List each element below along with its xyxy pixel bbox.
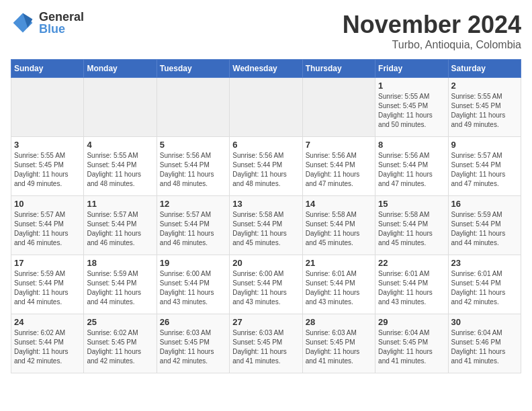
day-info: Sunrise: 5:56 AM Sunset: 5:44 PM Dayligh…	[232, 151, 299, 189]
calendar-cell: 10Sunrise: 5:57 AM Sunset: 5:44 PM Dayli…	[11, 196, 84, 255]
day-number: 16	[451, 199, 518, 209]
calendar-cell: 28Sunrise: 6:03 AM Sunset: 5:45 PM Dayli…	[302, 314, 375, 373]
calendar-cell: 6Sunrise: 5:56 AM Sunset: 5:44 PM Daylig…	[230, 137, 302, 196]
calendar-week-1: 3Sunrise: 5:55 AM Sunset: 5:45 PM Daylig…	[11, 137, 521, 196]
day-info: Sunrise: 5:57 AM Sunset: 5:44 PM Dayligh…	[160, 210, 226, 248]
day-number: 15	[378, 199, 445, 209]
header-friday: Friday	[375, 60, 448, 78]
month-title: November 2024	[343, 11, 521, 39]
calendar-cell: 29Sunrise: 6:04 AM Sunset: 5:45 PM Dayli…	[375, 314, 448, 373]
day-number: 20	[232, 258, 299, 268]
day-number: 1	[378, 81, 445, 91]
logo: General Blue	[11, 11, 84, 35]
calendar-cell	[302, 78, 375, 137]
day-info: Sunrise: 5:56 AM Sunset: 5:44 PM Dayligh…	[378, 151, 445, 189]
calendar-cell: 22Sunrise: 6:01 AM Sunset: 5:44 PM Dayli…	[375, 255, 448, 314]
day-info: Sunrise: 5:55 AM Sunset: 5:45 PM Dayligh…	[378, 92, 445, 130]
calendar-cell: 3Sunrise: 5:55 AM Sunset: 5:45 PM Daylig…	[11, 137, 84, 196]
title-area: November 2024 Turbo, Antioquia, Colombia	[343, 11, 521, 51]
day-number: 28	[306, 317, 372, 327]
calendar-cell: 17Sunrise: 5:59 AM Sunset: 5:44 PM Dayli…	[11, 255, 84, 314]
header: General Blue November 2024 Turbo, Antioq…	[11, 11, 521, 51]
header-monday: Monday	[84, 60, 157, 78]
day-info: Sunrise: 6:04 AM Sunset: 5:45 PM Dayligh…	[378, 328, 445, 366]
calendar-cell	[11, 78, 84, 137]
day-info: Sunrise: 5:55 AM Sunset: 5:45 PM Dayligh…	[451, 92, 518, 130]
calendar-cell: 9Sunrise: 5:57 AM Sunset: 5:44 PM Daylig…	[448, 137, 521, 196]
day-number: 24	[14, 317, 81, 327]
calendar-table: SundayMondayTuesdayWednesdayThursdayFrid…	[11, 59, 521, 373]
day-info: Sunrise: 6:01 AM Sunset: 5:44 PM Dayligh…	[451, 269, 518, 307]
calendar-cell: 30Sunrise: 6:04 AM Sunset: 5:46 PM Dayli…	[448, 314, 521, 373]
day-info: Sunrise: 6:02 AM Sunset: 5:44 PM Dayligh…	[14, 328, 81, 366]
day-info: Sunrise: 6:00 AM Sunset: 5:44 PM Dayligh…	[160, 269, 226, 307]
day-number: 30	[451, 317, 518, 327]
calendar-cell: 4Sunrise: 5:55 AM Sunset: 5:44 PM Daylig…	[84, 137, 157, 196]
calendar-cell: 20Sunrise: 6:00 AM Sunset: 5:44 PM Dayli…	[230, 255, 302, 314]
calendar-week-2: 10Sunrise: 5:57 AM Sunset: 5:44 PM Dayli…	[11, 196, 521, 255]
day-info: Sunrise: 5:56 AM Sunset: 5:44 PM Dayligh…	[306, 151, 372, 189]
day-number: 27	[232, 317, 299, 327]
day-info: Sunrise: 5:58 AM Sunset: 5:44 PM Dayligh…	[306, 210, 372, 248]
calendar-cell: 27Sunrise: 6:03 AM Sunset: 5:45 PM Dayli…	[230, 314, 302, 373]
calendar-cell: 11Sunrise: 5:57 AM Sunset: 5:44 PM Dayli…	[84, 196, 157, 255]
day-number: 21	[306, 258, 372, 268]
calendar-week-0: 1Sunrise: 5:55 AM Sunset: 5:45 PM Daylig…	[11, 78, 521, 137]
logo-icon	[11, 11, 35, 35]
calendar-cell: 14Sunrise: 5:58 AM Sunset: 5:44 PM Dayli…	[302, 196, 375, 255]
day-number: 14	[306, 199, 372, 209]
calendar-cell: 1Sunrise: 5:55 AM Sunset: 5:45 PM Daylig…	[375, 78, 448, 137]
day-info: Sunrise: 6:00 AM Sunset: 5:44 PM Dayligh…	[232, 269, 299, 307]
day-number: 7	[306, 140, 372, 150]
calendar-cell	[230, 78, 302, 137]
day-info: Sunrise: 5:59 AM Sunset: 5:44 PM Dayligh…	[14, 269, 81, 307]
day-info: Sunrise: 6:04 AM Sunset: 5:46 PM Dayligh…	[451, 328, 518, 366]
day-number: 6	[232, 140, 299, 150]
day-info: Sunrise: 5:59 AM Sunset: 5:44 PM Dayligh…	[451, 210, 518, 248]
day-number: 10	[14, 199, 81, 209]
day-info: Sunrise: 5:57 AM Sunset: 5:44 PM Dayligh…	[451, 151, 518, 189]
day-info: Sunrise: 6:03 AM Sunset: 5:45 PM Dayligh…	[232, 328, 299, 366]
calendar-cell: 24Sunrise: 6:02 AM Sunset: 5:44 PM Dayli…	[11, 314, 84, 373]
day-number: 8	[378, 140, 445, 150]
day-number: 17	[14, 258, 81, 268]
calendar-cell: 8Sunrise: 5:56 AM Sunset: 5:44 PM Daylig…	[375, 137, 448, 196]
day-info: Sunrise: 5:57 AM Sunset: 5:44 PM Dayligh…	[14, 210, 81, 248]
calendar-cell: 21Sunrise: 6:01 AM Sunset: 5:44 PM Dayli…	[302, 255, 375, 314]
calendar-week-4: 24Sunrise: 6:02 AM Sunset: 5:44 PM Dayli…	[11, 314, 521, 373]
day-number: 4	[87, 140, 153, 150]
day-number: 11	[87, 199, 153, 209]
day-number: 2	[451, 81, 518, 91]
day-info: Sunrise: 5:58 AM Sunset: 5:44 PM Dayligh…	[378, 210, 445, 248]
day-info: Sunrise: 6:01 AM Sunset: 5:44 PM Dayligh…	[306, 269, 372, 307]
calendar-cell: 5Sunrise: 5:56 AM Sunset: 5:44 PM Daylig…	[157, 137, 229, 196]
day-number: 13	[232, 199, 299, 209]
logo-line2: Blue	[39, 23, 84, 35]
header-saturday: Saturday	[448, 60, 521, 78]
day-info: Sunrise: 5:58 AM Sunset: 5:44 PM Dayligh…	[232, 210, 299, 248]
calendar-cell	[84, 78, 157, 137]
day-info: Sunrise: 5:59 AM Sunset: 5:44 PM Dayligh…	[87, 269, 153, 307]
calendar-cell: 7Sunrise: 5:56 AM Sunset: 5:44 PM Daylig…	[302, 137, 375, 196]
calendar-cell: 2Sunrise: 5:55 AM Sunset: 5:45 PM Daylig…	[448, 78, 521, 137]
calendar-cell: 19Sunrise: 6:00 AM Sunset: 5:44 PM Dayli…	[157, 255, 229, 314]
calendar-cell: 26Sunrise: 6:03 AM Sunset: 5:45 PM Dayli…	[157, 314, 229, 373]
day-number: 22	[378, 258, 445, 268]
day-info: Sunrise: 6:02 AM Sunset: 5:45 PM Dayligh…	[87, 328, 153, 366]
calendar-cell: 25Sunrise: 6:02 AM Sunset: 5:45 PM Dayli…	[84, 314, 157, 373]
calendar-header-row: SundayMondayTuesdayWednesdayThursdayFrid…	[11, 60, 521, 78]
day-info: Sunrise: 5:57 AM Sunset: 5:44 PM Dayligh…	[87, 210, 153, 248]
day-number: 18	[87, 258, 153, 268]
day-info: Sunrise: 5:55 AM Sunset: 5:45 PM Dayligh…	[14, 151, 81, 189]
header-sunday: Sunday	[11, 60, 84, 78]
calendar-cell: 15Sunrise: 5:58 AM Sunset: 5:44 PM Dayli…	[375, 196, 448, 255]
day-number: 9	[451, 140, 518, 150]
calendar-cell: 18Sunrise: 5:59 AM Sunset: 5:44 PM Dayli…	[84, 255, 157, 314]
location-subtitle: Turbo, Antioquia, Colombia	[343, 39, 521, 51]
header-thursday: Thursday	[302, 60, 375, 78]
day-number: 5	[160, 140, 226, 150]
day-number: 3	[14, 140, 81, 150]
day-number: 29	[378, 317, 445, 327]
day-number: 19	[160, 258, 226, 268]
day-number: 12	[160, 199, 226, 209]
